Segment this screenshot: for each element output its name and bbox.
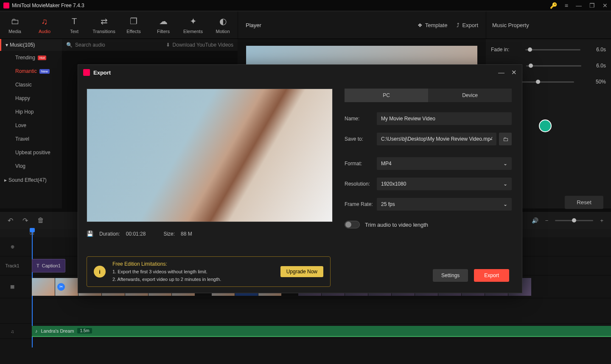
- video-track-icon: ▦: [0, 284, 25, 289]
- zoom-slider[interactable]: [555, 220, 593, 221]
- duration-label: Duration:: [99, 231, 120, 237]
- redo-icon[interactable]: ↷: [22, 217, 28, 225]
- size-label: Size:: [163, 231, 175, 237]
- modal-logo: [83, 69, 90, 76]
- export-button[interactable]: Export: [474, 269, 509, 282]
- reset-button[interactable]: Reset: [565, 196, 603, 209]
- template-button[interactable]: ❖Template: [418, 22, 448, 28]
- trash-icon[interactable]: 🗑: [37, 217, 44, 224]
- minimize-icon[interactable]: —: [576, 2, 582, 9]
- track-spacer: [0, 298, 611, 324]
- sidebar-item-romantic[interactable]: RomanticNew: [0, 64, 62, 78]
- settings-button[interactable]: Settings: [433, 269, 468, 282]
- close-icon[interactable]: ✕: [603, 2, 608, 9]
- effects-icon: ❐: [130, 16, 137, 26]
- trim-label: Trim audio to video length: [365, 222, 428, 228]
- folder-icon: 🗀: [11, 17, 19, 26]
- volume-value: 50%: [596, 79, 606, 85]
- elements-icon: ✦: [190, 16, 197, 26]
- track-audio: ♫ ♪ Landra's Dream 1.5m: [0, 324, 611, 339]
- toolbar-motion[interactable]: ◐Motion: [208, 14, 238, 36]
- sidebar-item-vlog[interactable]: Vlog: [0, 159, 62, 173]
- menu-icon[interactable]: ≡: [565, 2, 568, 9]
- transitions-icon: ⇄: [101, 16, 108, 26]
- hot-badge: Hot: [38, 56, 46, 60]
- tab-device[interactable]: Device: [428, 89, 512, 102]
- music-property-header: Music Property: [486, 11, 611, 39]
- saveto-input[interactable]: [377, 133, 496, 145]
- sidebar-item-trending[interactable]: TrendingHot: [0, 51, 62, 64]
- download-youtube-link[interactable]: ⬇Download YouTube Videos: [166, 42, 233, 48]
- modal-close-icon[interactable]: ✕: [511, 69, 517, 76]
- limitation-line1: 1. Export the first 3 videos without len…: [112, 268, 274, 276]
- modal-minimize-icon[interactable]: —: [498, 69, 504, 76]
- toolbar-media[interactable]: 🗀Media: [0, 14, 30, 36]
- upgrade-button[interactable]: Upgrade Now: [280, 266, 323, 277]
- undo-icon[interactable]: ↶: [8, 217, 13, 225]
- add-track-icon[interactable]: ⊕: [0, 244, 25, 250]
- chevron-down-icon: ⌄: [503, 161, 507, 167]
- sidebar: ▾ Music(105) TrendingHot RomanticNew Cla…: [0, 39, 62, 208]
- chevron-down-icon: ⌄: [503, 201, 507, 207]
- chevron-down-icon: ⌄: [503, 181, 507, 187]
- zoom-out-icon[interactable]: −: [545, 217, 549, 224]
- format-label: Format:: [345, 161, 377, 167]
- search-input[interactable]: Search audio: [75, 42, 105, 48]
- toolbar-audio[interactable]: ♫Audio: [30, 14, 59, 36]
- export-icon: ⤴: [457, 22, 460, 28]
- motion-icon: ◐: [219, 16, 227, 26]
- main-toolbar: 🗀Media ♫Audio TText ⇄Transitions ❐Effect…: [0, 11, 611, 39]
- sidebar-item-upbeat[interactable]: Upbeat positive: [0, 146, 62, 159]
- sidebar-item-love[interactable]: Love: [0, 119, 62, 132]
- cut-icon[interactable]: ✂: [57, 283, 65, 291]
- track1-label: Track1: [0, 263, 25, 268]
- export-modal: Export — ✕ 💾 Duration: 00:01:28 Size: 88…: [78, 64, 522, 293]
- player-label: Player: [246, 22, 261, 28]
- toolbar-transitions[interactable]: ⇄Transitions: [89, 14, 119, 36]
- toolbar-filters[interactable]: ☁Filters: [149, 14, 178, 36]
- export-preview: [87, 89, 333, 222]
- maximize-icon[interactable]: ❐: [589, 2, 595, 9]
- toolbar-effects[interactable]: ❐Effects: [119, 14, 149, 36]
- toolbar-elements[interactable]: ✦Elements: [178, 14, 208, 36]
- sidebar-item-classic[interactable]: Classic: [0, 78, 62, 92]
- sidebar-item-travel[interactable]: Travel: [0, 132, 62, 146]
- sidebar-item-hiphop[interactable]: Hip Hop: [0, 105, 62, 119]
- audio-clip[interactable]: ♪ Landra's Dream 1.5m: [32, 326, 611, 337]
- format-select[interactable]: MP4⌄: [377, 157, 512, 170]
- grammarly-icon[interactable]: [539, 119, 552, 132]
- framerate-select[interactable]: 25 fps⌄: [377, 198, 512, 211]
- sidebar-sound-effect[interactable]: ▸ Sound Effect(47): [0, 173, 62, 187]
- name-input[interactable]: [377, 112, 512, 125]
- tab-pc[interactable]: PC: [345, 89, 428, 102]
- volume-icon[interactable]: 🔊: [532, 217, 538, 224]
- sidebar-item-happy[interactable]: Happy: [0, 92, 62, 105]
- fade-out-slider[interactable]: [526, 65, 581, 67]
- info-icon: i: [94, 266, 106, 278]
- volume-slider[interactable]: [519, 81, 574, 83]
- key-icon[interactable]: 🔑: [550, 2, 557, 9]
- fade-out-value: 6.0s: [596, 63, 606, 69]
- text-icon: T: [72, 17, 77, 26]
- resolution-select[interactable]: 1920x1080⌄: [377, 178, 512, 190]
- music-note-icon: ♪: [35, 328, 38, 333]
- saveto-label: Save to:: [345, 136, 377, 142]
- fade-in-value: 6.0s: [596, 47, 606, 53]
- browse-button[interactable]: 🗀: [499, 133, 512, 145]
- toolbar-text[interactable]: TText: [59, 14, 89, 36]
- sidebar-header-music[interactable]: ▾ Music(105): [0, 39, 62, 51]
- audio-track-icon: ♫: [0, 329, 25, 334]
- app-logo: [3, 3, 9, 8]
- fade-in-slider[interactable]: [525, 49, 580, 50]
- zoom-in-icon[interactable]: +: [600, 217, 603, 224]
- search-icon: 🔍: [66, 42, 73, 48]
- limitation-line2: 2. Afterwards, export video up to 2 minu…: [112, 276, 274, 283]
- new-badge: New: [39, 69, 50, 74]
- size-value: 88 M: [181, 231, 192, 237]
- trim-toggle[interactable]: [345, 221, 360, 228]
- download-icon: ⬇: [166, 42, 170, 48]
- fade-in-label: Fade in:: [491, 47, 509, 53]
- export-button-top[interactable]: ⤴Export: [457, 22, 478, 28]
- music-icon: ♫: [42, 17, 48, 26]
- caption-clip[interactable]: TCaption1: [32, 259, 65, 272]
